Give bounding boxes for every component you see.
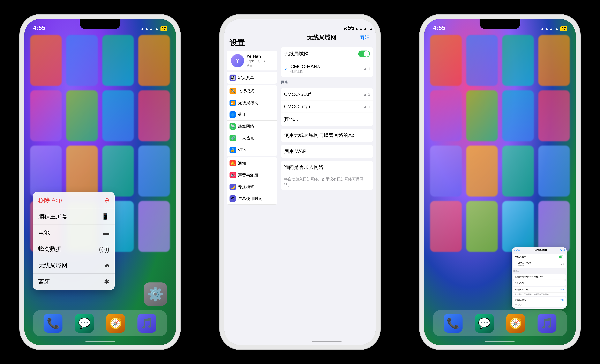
wifi-ask-label: 询问是否加入网络 <box>284 164 370 171</box>
nested-title: 无线局域网 <box>534 248 547 252</box>
settings-airplane-mode[interactable]: ✈️ 飞行模式 <box>227 85 277 97</box>
context-menu-wifi[interactable]: 无线局域网 ≋ <box>33 257 115 274</box>
edit-home-icon: 📱 <box>101 213 109 220</box>
profile-subtitle: Apple ID、iC... <box>246 59 268 63</box>
dock-music-icon[interactable]: 🎵 <box>138 314 156 333</box>
context-menu-battery[interactable]: 电池 ▬ <box>33 225 115 241</box>
context-menu-edit-home[interactable]: 编辑主屏幕 📱 <box>33 208 115 225</box>
settings-cellular[interactable]: 📡 蜂窝网络 <box>227 121 277 132</box>
settings-family-sharing[interactable]: 👨‍👩‍👧 家人共享 <box>227 72 277 84</box>
edit-home-label: 编辑主屏幕 <box>38 212 67 220</box>
nested-auto-join-value: 询问 <box>561 299 564 301</box>
settings-sound[interactable]: 🔊 声音与触感 <box>227 169 277 181</box>
nested-auto-join-label: 自动加入热点 <box>515 299 561 301</box>
wifi-ask-section: 询问是否加入网络 将自动加入已知网络。如果没有已知网络可用网络。 <box>281 161 373 190</box>
wifi-menu-label: 无线局域网 <box>38 261 67 269</box>
wifi-use-section: 使用无线局域网与蜂窝网络的Ap <box>281 129 373 142</box>
wifi-network-2[interactable]: CMCC-nfgu ▲ ℹ <box>281 101 373 113</box>
nested-edit-button[interactable]: 编辑 <box>560 249 565 252</box>
dock-messages-icon-3[interactable]: 💬 <box>475 314 494 333</box>
nested-wapi-section: 启用 WAPI <box>513 280 566 286</box>
nested-check-icon: ✓ <box>515 263 516 266</box>
dock-music-icon-3[interactable]: 🎵 <box>537 314 556 333</box>
phone-2-screen: 设置 Y Ye Han Apple ID、iC... 项目 👨‍👩‍👧 家人共享 <box>224 19 376 345</box>
profile-info: Ye Han Apple ID、iC... 项目 <box>246 54 268 67</box>
airplane-icon: ✈️ <box>230 88 236 94</box>
bluetooth-settings-icon: 🔷 <box>230 111 236 118</box>
wifi-nav-title: 无线局域网 <box>307 34 336 41</box>
nested-wapi-row: 启用 WAPI <box>513 280 566 286</box>
nested-connected-row[interactable]: ✓ CMCC-HANs 低安全性 ▲ ℹ <box>513 260 566 268</box>
wifi-ask-item[interactable]: 询问是否加入网络 <box>281 161 373 174</box>
sound-icon: 🔊 <box>230 172 236 178</box>
wifi-icon: ▲ <box>155 26 159 31</box>
screen-time-label: 屏幕使用时间 <box>238 196 262 201</box>
cellular-settings-label: 蜂窝网络 <box>238 124 254 129</box>
phone-3: 4:55 ▲▲▲ ▲ 27 < 设置 无线局域网 编辑 无线局域网 <box>420 15 580 349</box>
wifi-edit-button[interactable]: 编辑 <box>359 34 370 41</box>
nested-nav: < 设置 无线局域网 编辑 <box>512 247 567 253</box>
settings-bluetooth[interactable]: 🔷 蓝牙 <box>227 109 277 121</box>
wifi-wapi-label: 启用 WAPI <box>284 148 370 155</box>
dock-safari-icon-3[interactable]: 🧭 <box>506 314 525 333</box>
wifi-use-item[interactable]: 使用无线局域网与蜂窝网络的Ap <box>281 129 373 142</box>
settings-notifications[interactable]: 🔔 通知 <box>227 157 277 169</box>
settings-hotspot[interactable]: 🔗 个人热点 <box>227 132 277 144</box>
wifi-connected-item[interactable]: ✓ CMCC-HANs 低安全性 ▲ ℹ <box>281 60 373 77</box>
settings-app-icon[interactable]: ⚙️ <box>144 282 167 306</box>
settings-screen: 设置 Y Ye Han Apple ID、iC... 项目 👨‍👩‍👧 家人共享 <box>224 19 376 345</box>
settings-screen-time[interactable]: ⏱ 屏幕使用时间 <box>227 193 277 205</box>
settings-sidebar: 设置 Y Ye Han Apple ID、iC... 项目 👨‍👩‍👧 家人共享 <box>224 19 280 345</box>
dock-safari-icon[interactable]: 🧭 <box>106 314 125 333</box>
nested-wapi-label: 启用 WAPI <box>515 282 524 284</box>
battery-label: 电池 <box>38 229 50 237</box>
phone-1-time: 4:55 <box>33 24 45 31</box>
nested-connected-sub: 低安全性 <box>517 265 525 267</box>
phone-1-dock: 📞 💬 🧭 🎵 <box>33 310 167 336</box>
phone-1-notch <box>80 19 121 29</box>
settings-profile[interactable]: Y Ye Han Apple ID、iC... 项目 <box>227 51 277 70</box>
nested-back-button[interactable]: < 设置 <box>514 249 520 252</box>
wifi-toggle[interactable] <box>358 51 370 57</box>
battery-indicator-3: 27 <box>560 26 567 31</box>
nested-wifi-toggle[interactable] <box>559 255 564 258</box>
nested-connected-text: CMCC-HANs <box>517 261 531 264</box>
focus-label: 专注模式 <box>238 184 254 190</box>
dock-messages-icon[interactable]: 💬 <box>75 314 94 333</box>
nested-ask-label: 询问是否加入网络 <box>515 288 561 291</box>
home-indicator-3 <box>485 341 515 342</box>
home-indicator <box>85 341 115 342</box>
battery-menu-icon: ▬ <box>103 229 109 236</box>
phone-2-notch <box>307 19 347 29</box>
context-menu-remove-app[interactable]: 移除 App ⊖ <box>33 192 115 208</box>
wifi-other[interactable]: 其他... <box>281 113 373 126</box>
wifi-network-1-name: CMCC-5UJf <box>284 92 362 97</box>
context-menu-cellular[interactable]: 蜂窝数据 ((·)) <box>33 241 115 257</box>
cellular-settings-icon: 📡 <box>230 123 236 130</box>
nested-ask-row: 询问是否加入网络 停用 <box>513 287 566 292</box>
settings-focus[interactable]: 🌙 专注模式 <box>227 181 277 193</box>
battery-indicator-2: 27 <box>375 26 376 31</box>
dock-phone-icon-3[interactable]: 📞 <box>444 314 462 333</box>
hotspot-label: 个人热点 <box>238 135 254 141</box>
settings-wifi[interactable]: 📶 无线局域网 <box>227 97 277 109</box>
nested-wifi-toggle-row: 无线局域网 <box>513 254 566 260</box>
wifi-signal-icon: ▲ ℹ <box>363 66 370 71</box>
vpn-icon: 🔒 <box>230 147 236 153</box>
wifi-wapi-item[interactable]: 启用 WAPI <box>281 145 373 158</box>
dock-phone-icon[interactable]: 📞 <box>44 314 63 333</box>
settings-vpn[interactable]: 🔒 VPN <box>227 144 277 156</box>
screen-time-icon: ⏱ <box>230 196 236 202</box>
phone-1-status-icons: ▲▲▲ ▲ 27 <box>140 26 167 31</box>
remove-app-label: 移除 App <box>38 196 62 204</box>
phone-3-time: 4:55 <box>433 24 445 31</box>
wifi-settings-label: 无线局域网 <box>238 100 258 106</box>
airplane-label: 飞行模式 <box>238 88 254 94</box>
sound-label: 声音与触感 <box>238 172 258 178</box>
wifi-other-name: 其他... <box>284 116 370 123</box>
phone-2: 设置 Y Ye Han Apple ID、iC... 项目 👨‍👩‍👧 家人共享 <box>220 15 380 349</box>
wifi-network-1[interactable]: CMCC-5UJf ▲ ℹ <box>281 88 373 101</box>
context-menu-bluetooth[interactable]: 蓝牙 ✱ <box>33 274 115 290</box>
profile-name: Ye Han <box>246 54 268 59</box>
phone-3-notch <box>479 19 520 29</box>
